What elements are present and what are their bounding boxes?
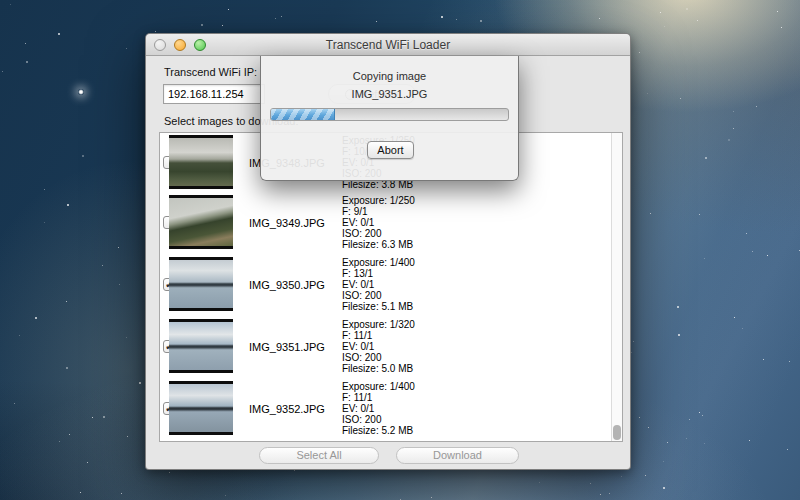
- thumbnail-image: [169, 381, 233, 435]
- minimize-button[interactable]: [174, 39, 186, 51]
- close-button[interactable]: [154, 39, 166, 51]
- list-item[interactable]: IMG_9349.JPG Exposure: 1/250 F: 9/1 EV: …: [160, 193, 612, 251]
- exif-info: Exposure: 1/250 F: 9/1 EV: 0/1 ISO: 200 …: [342, 195, 415, 250]
- zoom-button[interactable]: [194, 39, 206, 51]
- dialog-filename: IMG_9351.JPG: [261, 88, 518, 100]
- list-item[interactable]: ✓ IMG_9350.JPG Exposure: 1/400 F: 13/1 E…: [160, 255, 612, 313]
- image-filename: IMG_9352.JPG: [249, 403, 325, 415]
- ip-label: Transcend WiFi IP:: [164, 66, 257, 78]
- exif-info: Exposure: 1/320 F: 11/1 EV: 0/1 ISO: 200…: [342, 319, 415, 374]
- dialog-title: Copying image: [261, 70, 518, 82]
- thumbnail-image: [169, 319, 233, 373]
- abort-button[interactable]: Abort: [367, 141, 414, 159]
- bright-star: [78, 89, 84, 95]
- progress-bar: [270, 108, 509, 121]
- thumbnail-image: [169, 257, 233, 311]
- exif-info: Exposure: 1/400 F: 13/1 EV: 0/1 ISO: 200…: [342, 257, 415, 312]
- window-titlebar[interactable]: Transcend WiFi Loader: [146, 34, 630, 56]
- download-button[interactable]: Download: [396, 447, 519, 464]
- window-title: Transcend WiFi Loader: [146, 34, 630, 56]
- scrollbar-track[interactable]: [611, 133, 622, 441]
- list-item[interactable]: ✓ IMG_9352.JPG Exposure: 1/400 F: 11/1 E…: [160, 379, 612, 437]
- scrollbar-thumb[interactable]: [613, 425, 621, 440]
- select-all-button[interactable]: Select All: [259, 447, 379, 464]
- exif-info: Exposure: 1/400 F: 11/1 EV: 0/1 ISO: 200…: [342, 381, 415, 436]
- app-window: Transcend WiFi Loader Transcend WiFi IP:…: [145, 33, 631, 470]
- image-filename: IMG_9351.JPG: [249, 341, 325, 353]
- progress-fill: [271, 109, 335, 120]
- image-filename: IMG_9349.JPG: [249, 217, 325, 229]
- list-item[interactable]: ✓ IMG_9351.JPG Exposure: 1/320 F: 11/1 E…: [160, 317, 612, 375]
- thumbnail-image: [169, 135, 233, 189]
- image-filename: IMG_9350.JPG: [249, 279, 325, 291]
- copying-dialog: Copying image IMG_9351.JPG Abort: [260, 56, 519, 181]
- thumbnail-image: [169, 195, 233, 249]
- desktop-wallpaper: Transcend WiFi Loader Transcend WiFi IP:…: [0, 0, 800, 500]
- ip-input[interactable]: [163, 84, 265, 104]
